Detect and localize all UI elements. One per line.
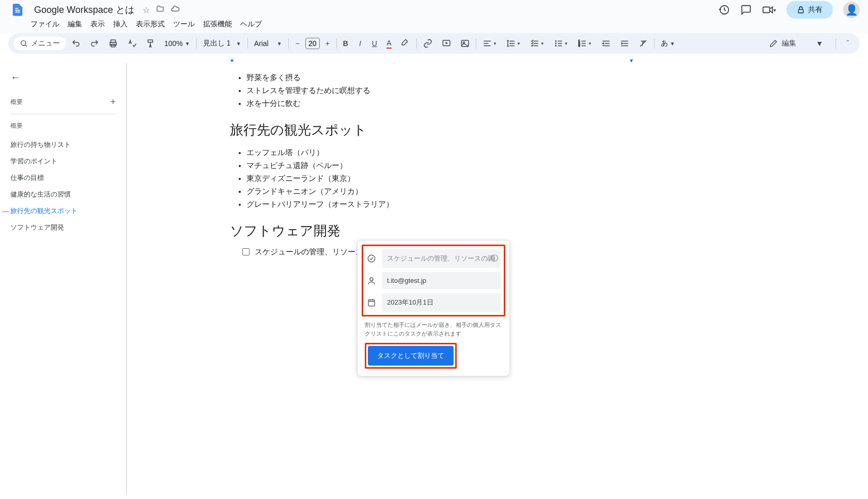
checkbox-icon[interactable]	[242, 248, 250, 255]
spellcheck-button[interactable]	[123, 36, 141, 51]
health-list: 野菜を多く摂るストレスを管理するために瞑想する水を十分に飲む	[230, 71, 447, 111]
help-icon[interactable]: ⓘ	[491, 254, 498, 263]
list-item: グレートバリアリーフ（オーストラリア）	[246, 198, 447, 211]
svg-point-10	[555, 43, 556, 44]
search-menus[interactable]: メニュー	[13, 37, 66, 50]
outline-back-icon[interactable]: ←	[10, 71, 21, 83]
outline-item[interactable]: 学習のポイント	[10, 153, 116, 170]
menu-help[interactable]: ヘルプ	[237, 18, 266, 31]
italic-button[interactable]: I	[353, 36, 367, 51]
document-title[interactable]: Google Workspace とは	[31, 3, 137, 17]
outline-add-icon[interactable]: +	[110, 97, 116, 108]
task-date-input[interactable]: 2023年10月1日	[382, 293, 501, 312]
heading-travel: 旅行先の観光スポット	[230, 121, 447, 139]
svg-rect-1	[798, 9, 803, 13]
menu-format[interactable]: 表示形式	[132, 18, 168, 31]
outline-panel: ← 概要 + 概要 旅行の持ち物リスト学習のポイント仕事の目標健康的な生活の習慣…	[0, 63, 126, 495]
print-button[interactable]	[104, 36, 122, 51]
list-item: グランドキャニオン（アメリカ）	[246, 185, 447, 198]
svg-rect-0	[763, 7, 770, 13]
share-label: 共有	[808, 5, 823, 14]
font-size-increase[interactable]: +	[321, 36, 334, 51]
task-title-input[interactable]: スケジュールの管理、リソースの調	[382, 249, 501, 268]
menu-insert[interactable]: 挿入	[110, 18, 131, 31]
svg-point-16	[370, 278, 373, 281]
ime-button[interactable]: あ▼	[657, 37, 679, 50]
outline-item[interactable]: 健康的な生活の習慣	[10, 186, 116, 203]
line-spacing-button[interactable]: ▼	[502, 36, 525, 51]
date-icon	[366, 298, 377, 307]
heading-software: ソフトウェア開発	[230, 222, 447, 240]
svg-text:3: 3	[578, 44, 580, 47]
user-avatar[interactable]: 👤	[843, 2, 860, 18]
comments-icon[interactable]	[740, 4, 752, 16]
font-select[interactable]: Arial▼	[250, 37, 286, 50]
share-button[interactable]: 共有	[786, 1, 833, 19]
outline-item[interactable]: 旅行先の観光スポット	[10, 203, 116, 219]
clear-format-button[interactable]	[634, 36, 652, 51]
travel-list: エッフェル塔（パリ）マチュピチュ遺跡（ペルー）東京ディズニーランド（東京）グラン…	[230, 146, 447, 211]
meet-icon[interactable]: ▾	[762, 4, 776, 16]
task-assignee-input[interactable]: t.ito@gtest.jp	[382, 272, 501, 289]
docs-logo[interactable]	[8, 1, 27, 19]
bold-button[interactable]: B	[339, 36, 352, 51]
task-note: 割り当てた相手にはメールが届き、相手の個人用タスクリストにこのタスクが表示されま…	[365, 321, 502, 338]
svg-point-11	[555, 46, 556, 47]
outline-section-label: 概要	[10, 122, 116, 130]
svg-point-9	[555, 41, 556, 42]
font-size-decrease[interactable]: −	[291, 36, 304, 51]
collapse-toolbar-button[interactable]: ˆ	[841, 36, 855, 51]
text-color-button[interactable]: A	[382, 36, 396, 51]
editing-mode-select[interactable]: 編集 ▼	[762, 36, 830, 51]
menu-edit[interactable]: 編集	[64, 18, 86, 31]
toolbar: メニュー 100%▼ 見出し 1▼ Arial▼ − + B I U A ▼ ▼…	[8, 33, 860, 54]
style-select[interactable]: 見出し 1▼	[199, 37, 245, 50]
font-size-input[interactable]	[305, 38, 320, 49]
menu-file[interactable]: ファイル	[27, 18, 63, 31]
document-area[interactable]: 野菜を多く摂るストレスを管理するために瞑想する水を十分に飲む 旅行先の観光スポッ…	[126, 63, 868, 495]
indent-increase-button[interactable]	[616, 36, 633, 51]
task-assign-popup: スケジュールの管理、リソースの調 ⓘ t.ito@gtest.jp 2023年1…	[357, 240, 510, 376]
svg-point-2	[21, 41, 26, 46]
menu-bar: ファイル 編集 表示 挿入 表示形式 ツール 拡張機能 ヘルプ	[0, 17, 868, 33]
numbered-list-button[interactable]: 123▼	[574, 36, 596, 51]
indent-decrease-button[interactable]	[597, 36, 615, 51]
outline-item[interactable]: 仕事の目標	[10, 170, 116, 186]
outline-item[interactable]: ソフトウェア開発	[10, 219, 116, 236]
align-button[interactable]: ▼	[478, 36, 501, 51]
list-item: マチュピチュ遺跡（ペルー）	[246, 159, 447, 172]
undo-button[interactable]	[67, 36, 85, 51]
list-item: ストレスを管理するために瞑想する	[246, 84, 447, 97]
link-button[interactable]	[419, 36, 437, 51]
assignee-icon	[366, 276, 377, 285]
svg-point-15	[368, 255, 375, 262]
outline-item[interactable]: 旅行の持ち物リスト	[10, 137, 116, 153]
redo-button[interactable]	[86, 36, 103, 51]
history-icon[interactable]	[719, 4, 730, 16]
outline-summary-label: 概要	[10, 98, 23, 107]
bullet-list-button[interactable]: ▼	[550, 36, 572, 51]
add-comment-button[interactable]	[438, 36, 455, 51]
list-item: 東京ディズニーランド（東京）	[246, 172, 447, 185]
paint-format-button[interactable]	[142, 36, 159, 51]
highlight-button[interactable]	[397, 36, 414, 51]
task-title-icon	[366, 254, 377, 263]
list-item: 野菜を多く摂る	[246, 71, 447, 84]
svg-rect-17	[368, 300, 375, 306]
zoom-select[interactable]: 100%▼	[160, 37, 194, 50]
insert-image-button[interactable]	[456, 36, 474, 51]
checklist-button[interactable]: ▼	[526, 36, 549, 51]
assign-task-button[interactable]: タスクとして割り当て	[368, 346, 454, 366]
menu-view[interactable]: 表示	[87, 18, 109, 31]
underline-button[interactable]: U	[368, 36, 381, 51]
move-icon[interactable]	[156, 5, 164, 15]
star-icon[interactable]: ☆	[143, 5, 150, 15]
cloud-status-icon[interactable]	[171, 4, 180, 16]
menu-extensions[interactable]: 拡張機能	[199, 18, 236, 31]
list-item: エッフェル塔（パリ）	[246, 146, 447, 159]
list-item: 水を十分に飲む	[246, 97, 447, 110]
menu-tools[interactable]: ツール	[169, 18, 198, 31]
